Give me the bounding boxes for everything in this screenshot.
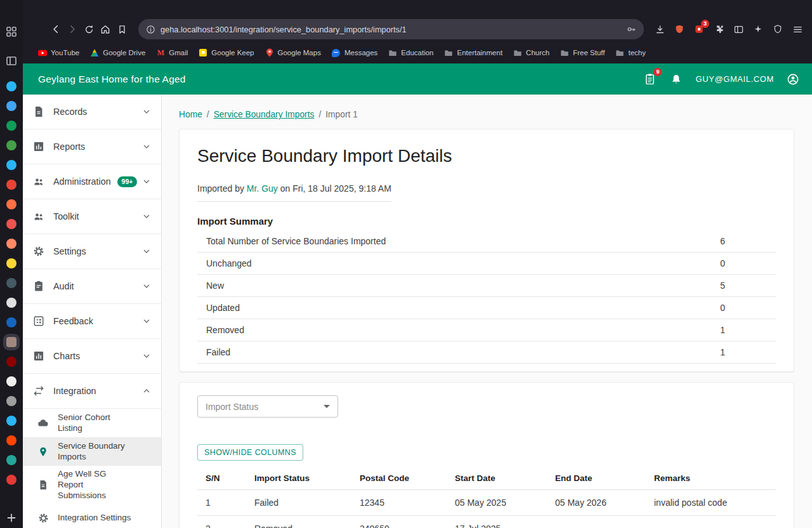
bookmark-folder-entertainment[interactable]: Entertainment <box>444 48 502 57</box>
breadcrumb: Home / Service Boundary Imports / Import… <box>179 110 794 119</box>
sidebar-item-settings[interactable]: Settings <box>23 234 161 269</box>
sidebar-item-reports[interactable]: Reports <box>23 129 161 164</box>
breadcrumb-home-link[interactable]: Home <box>179 110 202 119</box>
browser-tab-favicon[interactable] <box>6 298 16 308</box>
extension-badged-icon[interactable]: 3 <box>693 23 705 35</box>
summary-row: Total Number of Service Boundaries Impor… <box>197 230 776 253</box>
bookmark-folder-techy[interactable]: techy <box>615 48 646 57</box>
permissions-key-icon[interactable] <box>626 24 636 34</box>
bookmark-google-maps[interactable]: Google Maps <box>265 48 321 57</box>
browser-tab-favicon[interactable] <box>6 140 16 150</box>
sidebar-panel-icon[interactable] <box>733 23 744 35</box>
shield-icon[interactable] <box>772 23 783 35</box>
sidebar-item-audit[interactable]: Audit <box>23 269 161 304</box>
browser-tab-favicon[interactable] <box>6 239 16 249</box>
account-icon[interactable] <box>785 72 801 87</box>
bookmark-folder-church[interactable]: Church <box>513 48 549 57</box>
summary-row: Failed 1 <box>197 341 776 364</box>
bookmark-messages[interactable]: Messages <box>332 48 377 57</box>
url-bar[interactable]: geha.localhost:3001/integration/service_… <box>138 19 644 39</box>
sparkle-icon[interactable] <box>752 23 764 35</box>
browser-tab-favicon[interactable] <box>6 160 16 170</box>
tab-groups-icon[interactable] <box>5 25 18 38</box>
cell-sn: 1 <box>197 490 246 516</box>
bookmark-folder-free-stuff[interactable]: Free Stuff <box>560 48 605 57</box>
adblock-shield-icon[interactable] <box>674 23 685 35</box>
browser-tab-list <box>6 81 16 485</box>
page-title: Service Boundary Import Details <box>197 145 776 168</box>
sidebar-item-charts[interactable]: Charts <box>23 339 161 374</box>
browser-tab-favicon[interactable] <box>6 455 16 465</box>
bookmark-folder-education[interactable]: Education <box>388 48 433 57</box>
back-icon[interactable] <box>48 22 63 37</box>
url-text[interactable]: geha.localhost:3001/integration/service_… <box>160 25 626 34</box>
tasks-badge: 9 <box>653 68 662 76</box>
puzzle-extensions-icon[interactable] <box>713 23 724 35</box>
browser-tab-favicon[interactable] <box>6 435 16 446</box>
gear-icon <box>37 512 49 525</box>
browser-tab-favicon[interactable] <box>6 258 16 268</box>
site-info-icon[interactable] <box>146 25 155 34</box>
download-icon[interactable] <box>654 23 665 35</box>
cell-remarks <box>646 516 776 528</box>
summary-label: Unchanged <box>197 253 681 275</box>
browser-tab-favicon[interactable] <box>6 317 16 327</box>
breadcrumb-service-boundary-imports-link[interactable]: Service Boundary Imports <box>214 110 315 119</box>
import-details-card: Service Boundary Import Details Imported… <box>179 129 794 372</box>
sidebar-item-integration[interactable]: Integration <box>23 374 161 409</box>
new-tab-icon[interactable] <box>6 513 16 523</box>
forward-icon[interactable] <box>65 22 80 37</box>
dropdown-caret-icon <box>324 405 330 408</box>
bookmark-google-drive[interactable]: Google Drive <box>90 48 145 57</box>
sidebar-item-records[interactable]: Records <box>23 95 161 129</box>
sidebar-subitem-integration-settings[interactable]: Integration Settings <box>23 504 161 528</box>
summary-row: Updated 0 <box>197 297 776 319</box>
browser-tab-favicon[interactable] <box>6 337 16 347</box>
browser-tab-favicon[interactable] <box>6 101 16 111</box>
cell-remarks: invalid postal code <box>646 490 776 516</box>
gmail-icon: M <box>156 48 165 57</box>
browser-tab-favicon[interactable] <box>6 376 16 386</box>
browser-tab-favicon[interactable] <box>6 219 16 229</box>
summary-label: Updated <box>197 297 681 319</box>
browser-tab-favicon[interactable] <box>6 416 16 426</box>
browser-tab-favicon[interactable] <box>6 278 16 288</box>
maps-pin-icon <box>265 48 274 57</box>
bookmark-gmail[interactable]: M Gmail <box>156 48 188 57</box>
folder-icon <box>444 48 453 57</box>
browser-tab-favicon[interactable] <box>6 357 16 367</box>
notifications-bell-icon[interactable] <box>669 72 684 87</box>
home-icon[interactable] <box>98 22 113 37</box>
reports-icon <box>32 140 46 154</box>
sidebar-item-feedback[interactable]: Feedback <box>23 304 161 339</box>
browser-tab-favicon[interactable] <box>6 199 16 209</box>
sidebar-subitem-age-well-sg-report-submissions[interactable]: Age Well SG Report Submissions <box>23 466 161 504</box>
browser-tab-favicon[interactable] <box>6 180 16 190</box>
bookmark-library-icon[interactable] <box>114 22 129 37</box>
sidebar-subitem-senior-cohort-listing[interactable]: Senior Cohort Listing <box>23 409 161 437</box>
reload-icon[interactable] <box>81 22 96 37</box>
show-hide-columns-button[interactable]: SHOW/HIDE COLUMNS <box>197 444 303 461</box>
browser-tab-favicon[interactable] <box>6 81 16 91</box>
import-status-select[interactable]: Import Status <box>197 395 338 418</box>
bookmark-google-keep[interactable]: Google Keep <box>199 48 254 57</box>
user-email[interactable]: GUY@GMAIL.COM <box>695 74 774 84</box>
summary-value: 0 <box>681 297 776 319</box>
cell-start-date: 17 Jul 2025 <box>447 516 547 528</box>
sidebar-subitem-service-boundary-imports[interactable]: Service Boundary Imports <box>23 437 161 466</box>
sidebar-item-toolkit[interactable]: Toolkit <box>23 199 161 234</box>
chevron-down-icon <box>141 211 152 222</box>
app-sidebar: Records Reports Administration 99+ Toolk… <box>23 95 162 528</box>
bookmark-youtube[interactable]: YouTube <box>38 48 79 57</box>
screen: geha.localhost:3001/integration/service_… <box>0 0 812 528</box>
sidebar-item-administration[interactable]: Administration 99+ <box>23 164 161 199</box>
browser-tab-favicon[interactable] <box>6 396 16 406</box>
browser-tab-favicon[interactable] <box>6 475 16 485</box>
drive-icon <box>90 48 99 57</box>
imported-user-link[interactable]: Mr. Guy <box>247 183 278 194</box>
cell-postal-code: 12345 <box>351 490 447 516</box>
menu-icon[interactable] <box>792 23 803 35</box>
browser-tab-favicon[interactable] <box>6 121 16 131</box>
tasks-icon[interactable]: 9 <box>642 72 657 87</box>
sidebar-toggle-icon[interactable] <box>5 55 18 67</box>
